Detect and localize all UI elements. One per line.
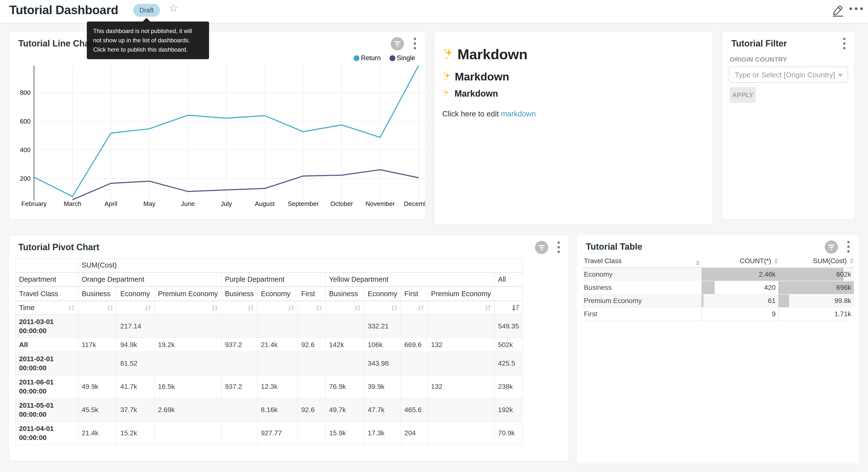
tutorial-table: Travel ClassCOUNT(*)SUM(Cost) Economy2.4… — [582, 254, 854, 321]
filter-indicator-icon[interactable] — [535, 241, 548, 254]
legend-dot-return — [353, 55, 360, 61]
pivot-cell: 47.7k — [364, 399, 401, 422]
line-chart-panel: Tutorial Line Chart Return Single 200400… — [9, 32, 425, 219]
filter-indicator-icon[interactable] — [825, 240, 838, 254]
pivot-cell — [298, 352, 326, 375]
sort-icon[interactable] — [68, 304, 75, 312]
sort-icon[interactable] — [247, 304, 255, 312]
pivot-sort-cell[interactable] — [298, 301, 326, 315]
count-bar — [702, 281, 715, 294]
col-header-travel-class[interactable]: Travel Class — [584, 254, 701, 268]
col-header-count[interactable]: COUNT(*) — [701, 254, 778, 268]
sort-icon[interactable] — [391, 304, 398, 312]
pivot-sort-cell[interactable] — [427, 301, 494, 315]
pivot-sort-cell[interactable] — [257, 301, 298, 315]
table-header-row: Travel ClassCOUNT(*)SUM(Cost) — [582, 254, 854, 268]
markdown-h2-text: Markdown — [455, 70, 509, 83]
pivot-cell: 39.9k — [364, 375, 401, 399]
sort-icon[interactable] — [354, 304, 362, 312]
pivot-cell — [78, 315, 117, 338]
pivot-sort-cell[interactable] — [78, 301, 117, 315]
pivot-time-header[interactable]: Time — [16, 301, 78, 315]
edit-pencil-icon[interactable] — [831, 4, 845, 17]
pivot-class-label: Travel Class — [16, 287, 78, 301]
sort-caret-icon[interactable] — [850, 258, 854, 264]
sort-icon[interactable] — [484, 304, 492, 312]
tooltip-line: not show up in the list of dashboards. — [93, 36, 203, 45]
sort-icon[interactable] — [417, 304, 425, 312]
pivot-class-header: Economy — [117, 287, 155, 301]
pivot-cell — [257, 352, 298, 375]
markdown-paragraph: Click here to edit markdown — [442, 110, 536, 118]
legend-item-single[interactable]: Single — [390, 54, 415, 62]
svg-text:May: May — [143, 200, 155, 207]
sort-desc-active-icon[interactable] — [511, 304, 520, 312]
pivot-sort-cell[interactable] — [221, 301, 257, 315]
draft-badge-label: Draft — [140, 7, 154, 14]
pivot-cell — [427, 352, 494, 375]
pivot-cell: 37.7k — [117, 399, 155, 422]
sort-caret-icon[interactable] — [774, 258, 778, 264]
pivot-cell — [298, 422, 326, 445]
markdown-edit-link[interactable]: markdown — [501, 110, 536, 118]
pivot-sort-cell[interactable] — [364, 301, 401, 315]
table-more-menu-icon[interactable] — [846, 241, 851, 253]
pivot-sort-cell[interactable] — [155, 301, 221, 315]
pivot-cell: 70.9k — [494, 422, 523, 445]
sort-icon[interactable] — [211, 304, 219, 312]
pivot-sort-cell[interactable] — [401, 301, 427, 315]
pivot-class-header: Business — [326, 287, 364, 301]
pivot-sort-cell[interactable] — [494, 301, 523, 315]
pivot-cell: 332.21 — [364, 315, 401, 338]
pivot-row-label: 2011-06-0100:00:00 — [16, 375, 78, 399]
pivot-group-header: All — [494, 272, 523, 287]
sum-cell: 1.71k — [778, 307, 854, 321]
select-placeholder: Type or Select [Origin Country] — [735, 71, 835, 79]
pivot-cell: 15.9k — [326, 422, 364, 445]
table-panel-title: Tutorial Table — [586, 242, 642, 252]
filter-more-menu-icon[interactable] — [842, 38, 847, 50]
line-chart-more-menu-icon[interactable] — [412, 38, 417, 50]
sort-caret-icon[interactable] — [696, 260, 700, 266]
pivot-cell — [401, 375, 427, 399]
pivot-cell: 465.6 — [401, 399, 427, 422]
apply-button[interactable]: APPLY — [730, 87, 756, 103]
markdown-h3: Markdown — [442, 89, 498, 99]
header-more-menu-icon[interactable] — [849, 7, 863, 10]
pivot-cell: 927.77 — [257, 422, 298, 445]
sort-icon[interactable] — [106, 304, 114, 312]
sort-icon[interactable] — [144, 304, 152, 312]
pivot-sort-cell[interactable] — [117, 301, 155, 315]
pivot-row-label: 2011-04-0100:00:00 — [16, 422, 78, 445]
pivot-cell: 106k — [364, 338, 401, 352]
pivot-cell — [427, 315, 494, 338]
pivot-sort-cell[interactable] — [326, 301, 364, 315]
sort-icon[interactable] — [287, 304, 295, 312]
markdown-h3-text: Markdown — [455, 89, 498, 99]
legend-item-return[interactable]: Return — [353, 54, 381, 62]
pivot-cell: 81.52 — [117, 352, 155, 375]
pivot-cell — [221, 422, 257, 445]
markdown-paragraph-text: Click here to edit — [442, 110, 501, 118]
svg-text:December: December — [404, 200, 425, 207]
col-header-sum-cost[interactable]: SUM(Cost) — [778, 254, 854, 268]
svg-text:November: November — [366, 200, 395, 207]
pivot-more-menu-icon[interactable] — [556, 241, 561, 253]
favorite-star-icon[interactable]: ☆ — [169, 2, 178, 14]
pivot-group-header: Yellow Department — [326, 272, 494, 287]
sort-icon[interactable] — [315, 304, 323, 312]
pivot-cell: 76.9k — [326, 375, 364, 399]
pivot-cell: 16.5k — [155, 375, 221, 399]
chevron-down-icon — [838, 74, 843, 77]
draft-badge[interactable]: Draft — [133, 4, 160, 17]
count-cell: 420 — [701, 281, 778, 294]
pivot-row-label: 2011-02-0100:00:00 — [16, 352, 78, 375]
pivot-cell: 142k — [326, 338, 364, 352]
svg-text:600: 600 — [20, 118, 31, 125]
pivot-cell — [326, 315, 364, 338]
svg-text:June: June — [181, 200, 195, 207]
origin-country-select[interactable]: Type or Select [Origin Country] — [729, 66, 848, 83]
dashboard-header: Tutorial Dashboard Draft ☆ — [0, 0, 868, 24]
svg-text:200: 200 — [20, 175, 31, 182]
filter-indicator-icon[interactable] — [391, 37, 404, 50]
